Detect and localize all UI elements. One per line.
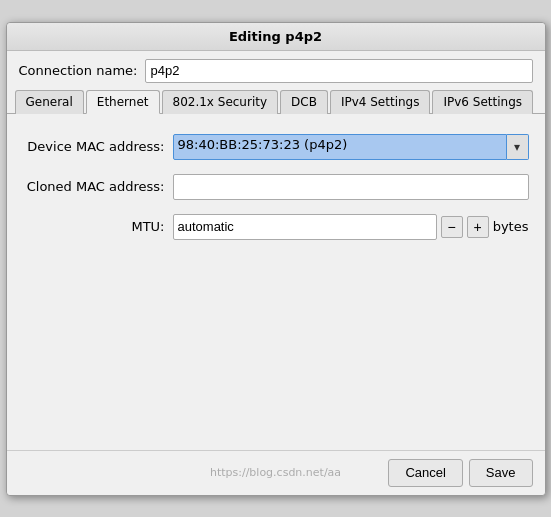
dialog-title: Editing p4p2 <box>7 23 545 51</box>
tab-content: Device MAC address: 98:40:BB:25:73:23 (p… <box>7 114 545 450</box>
cancel-button[interactable]: Cancel <box>388 459 462 487</box>
device-mac-value[interactable]: 98:40:BB:25:73:23 (p4p2) <box>173 134 507 160</box>
dialog-footer: https://blog.csdn.net/aa Cancel Save <box>7 450 545 495</box>
device-mac-dropdown-btn[interactable] <box>507 134 529 160</box>
connection-name-row: Connection name: <box>7 51 545 89</box>
footer-url: https://blog.csdn.net/aa <box>210 466 341 479</box>
save-button[interactable]: Save <box>469 459 533 487</box>
device-mac-row: Device MAC address: 98:40:BB:25:73:23 (p… <box>23 134 529 160</box>
cloned-mac-row: Cloned MAC address: <box>23 174 529 200</box>
tab-general[interactable]: General <box>15 90 84 114</box>
tab-dcb[interactable]: DCB <box>280 90 328 114</box>
tab-ipv6-settings[interactable]: IPv6 Settings <box>432 90 533 114</box>
mtu-minus-btn[interactable]: − <box>441 216 463 238</box>
tab-8021x-security[interactable]: 802.1x Security <box>162 90 279 114</box>
mtu-row: MTU: − + bytes <box>23 214 529 240</box>
connection-name-input[interactable] <box>145 59 532 83</box>
cloned-mac-label: Cloned MAC address: <box>23 179 173 194</box>
mtu-plus-btn[interactable]: + <box>467 216 489 238</box>
connection-name-label: Connection name: <box>19 63 138 78</box>
mtu-wrapper: − + bytes <box>173 214 529 240</box>
cloned-mac-input[interactable] <box>173 174 529 200</box>
device-mac-dropdown: 98:40:BB:25:73:23 (p4p2) <box>173 134 529 160</box>
content-spacer <box>23 254 529 434</box>
tab-bar: General Ethernet 802.1x Security DCB IPv… <box>7 89 545 114</box>
device-mac-label: Device MAC address: <box>23 139 173 154</box>
mtu-unit-label: bytes <box>493 219 529 234</box>
tab-ipv4-settings[interactable]: IPv4 Settings <box>330 90 431 114</box>
mtu-input[interactable] <box>173 214 437 240</box>
editing-dialog: Editing p4p2 Connection name: General Et… <box>6 22 546 496</box>
mtu-label: MTU: <box>23 219 173 234</box>
tab-ethernet[interactable]: Ethernet <box>86 90 160 114</box>
